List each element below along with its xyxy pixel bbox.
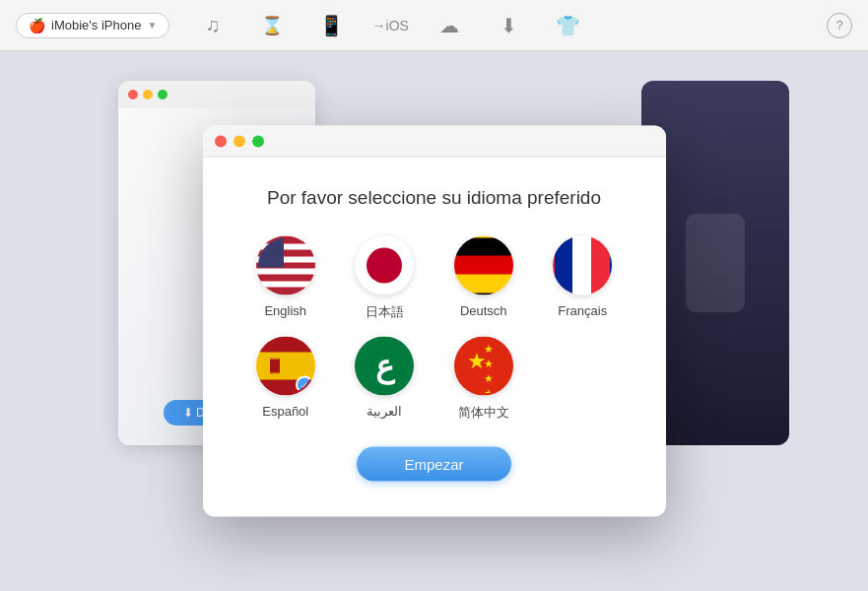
top-bar: 🍎 iMobie's iPhone ▼ ♫ ⌛ 📱 →iOS ☁ ⬇ 👕 ?	[0, 0, 868, 51]
flag-cn: ★ ★ ★ ★ ★	[454, 337, 513, 396]
nav-icons: ♫ ⌛ 📱 →iOS ☁ ⬇ 👕	[197, 10, 583, 41]
start-btn-row: Empezar	[242, 447, 627, 482]
language-item-spanish[interactable]: ✓ Español	[242, 337, 330, 422]
help-button[interactable]: ?	[827, 13, 852, 38]
chevron-down-icon: ▼	[147, 20, 157, 31]
language-modal: Por favor seleccione su idioma preferido…	[203, 126, 666, 517]
language-item-arabic[interactable]: ع العربية	[341, 337, 429, 422]
language-grid: English 日本語 Deutsch Français	[242, 236, 627, 422]
modal-titlebar	[203, 126, 666, 158]
flag-es-shield	[269, 359, 281, 374]
flag-jp	[355, 236, 414, 296]
phone-silhouette	[686, 214, 745, 312]
selected-badge: ✓	[296, 376, 313, 394]
language-item-french[interactable]: Français	[539, 236, 627, 321]
history-icon[interactable]: ⌛	[256, 10, 288, 41]
shirt-icon[interactable]: 👕	[552, 10, 583, 41]
label-spanish: Español	[262, 404, 308, 419]
apple-icon: 🍎	[29, 18, 45, 33]
bg-panel-header	[118, 81, 315, 108]
download-icon[interactable]: ⬇	[493, 10, 524, 41]
device-icon[interactable]: 📱	[315, 10, 347, 41]
music-icon[interactable]: ♫	[197, 10, 229, 41]
modal-close-dot[interactable]	[215, 135, 227, 147]
dot-green	[158, 90, 167, 99]
label-japanese: 日本語	[366, 303, 404, 321]
flag-ar: ع	[355, 337, 414, 396]
language-item-english[interactable]: English	[242, 236, 330, 321]
flag-cn-stars-small: ★ ★ ★ ★	[484, 343, 494, 396]
language-item-japanese[interactable]: 日本語	[341, 236, 429, 321]
ios-arrow-icon[interactable]: →iOS	[374, 10, 406, 41]
flag-es: ✓	[256, 337, 315, 396]
modal-body: Por favor seleccione su idioma preferido…	[203, 158, 666, 517]
label-english: English	[264, 303, 306, 318]
language-item-german[interactable]: Deutsch	[440, 236, 528, 321]
flag-de	[454, 236, 513, 296]
flag-us-canton	[258, 238, 284, 268]
modal-maximize-dot[interactable]	[252, 135, 264, 147]
language-item-chinese[interactable]: ★ ★ ★ ★ ★ 简体中文	[440, 337, 528, 422]
modal-title: Por favor seleccione su idioma preferido	[242, 187, 627, 209]
flag-jp-circle	[367, 248, 402, 284]
cloud-icon[interactable]: ☁	[434, 10, 465, 41]
device-selector[interactable]: 🍎 iMobie's iPhone ▼	[16, 13, 169, 38]
modal-minimize-dot[interactable]	[234, 135, 245, 147]
flag-us	[256, 236, 315, 296]
label-arabic: العربية	[367, 404, 402, 419]
main-area: ⬇ Descargar	[0, 51, 868, 591]
label-chinese: 简体中文	[458, 404, 509, 422]
dot-red	[128, 90, 138, 99]
arabic-letter: ع	[375, 348, 394, 385]
device-label: iMobie's iPhone	[51, 18, 141, 33]
label-french: Français	[558, 303, 607, 318]
dot-yellow	[143, 90, 153, 99]
start-button[interactable]: Empezar	[357, 447, 510, 482]
help-label: ?	[835, 18, 842, 33]
label-german: Deutsch	[460, 303, 507, 318]
flag-fr	[553, 236, 612, 296]
